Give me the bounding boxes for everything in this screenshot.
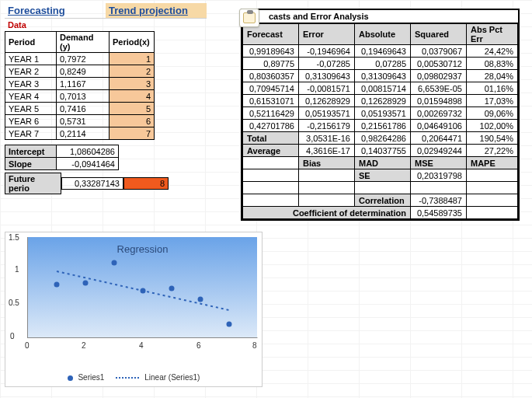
cell[interactable]: YEAR 5 xyxy=(5,103,57,115)
table-row[interactable]: 0,99189643-0,19469640,194696430,03790672… xyxy=(243,45,518,58)
cell[interactable]: 190,54% xyxy=(467,132,518,145)
table-row[interactable]: YEAR 60,57316 xyxy=(5,115,155,127)
xtick: 0 xyxy=(25,341,30,350)
cell[interactable]: 0,05193571 xyxy=(355,107,411,120)
cell[interactable]: -0,2156179 xyxy=(299,120,355,132)
table-row[interactable]: YEAR 40,70134 xyxy=(5,90,155,103)
table-row[interactable]: YEAR 20,82492 xyxy=(5,65,155,78)
se-label: SE xyxy=(355,169,411,182)
cell[interactable]: 0,00815714 xyxy=(355,82,411,95)
cell[interactable]: 6,6539E-05 xyxy=(411,82,467,95)
cell[interactable]: 3,0531E-16 xyxy=(299,132,355,145)
cell[interactable]: 0,80360357 xyxy=(243,70,299,82)
cell[interactable]: YEAR 4 xyxy=(5,90,57,103)
cell[interactable]: 09,06% xyxy=(467,107,518,120)
cell[interactable]: -0,1946964 xyxy=(299,45,355,58)
cell[interactable]: 0,61531071 xyxy=(243,95,299,107)
total-row: Total 3,0531E-16 0,98264286 0,2064471 19… xyxy=(243,132,518,145)
table-row[interactable]: 0,70945714-0,00815710,008157146,6539E-05… xyxy=(243,82,518,95)
regression-chart[interactable]: Regression 0 0.5 1 1.5 0 2 4 6 8 Series1… xyxy=(5,232,263,387)
average-label: Average xyxy=(243,145,299,157)
cell[interactable]: 01,16% xyxy=(467,82,518,95)
correlation-value[interactable]: -0,7388487 xyxy=(411,194,467,207)
cell[interactable]: 0,12628929 xyxy=(299,95,355,107)
cell[interactable]: YEAR 6 xyxy=(5,115,57,127)
correlation-label: Correlation xyxy=(355,194,411,207)
cell[interactable]: YEAR 2 xyxy=(5,65,57,78)
cell[interactable]: 0,89775 xyxy=(243,58,299,70)
cell[interactable]: -0,07285 xyxy=(299,58,355,70)
cell[interactable]: 0,00269732 xyxy=(411,107,467,120)
xtick: 8 xyxy=(252,341,257,350)
clipboard-icon[interactable] xyxy=(239,9,259,27)
cell[interactable]: YEAR 7 xyxy=(5,127,57,140)
cell[interactable]: 0,07285 xyxy=(355,58,411,70)
cell[interactable]: 6 xyxy=(110,115,155,127)
col-error: Error xyxy=(299,24,355,45)
table-row[interactable]: YEAR 31,11673 xyxy=(5,78,155,90)
cell[interactable]: 27,22% xyxy=(467,145,518,157)
table-row[interactable]: 0,615310710,126289290,126289290,01594898… xyxy=(243,95,518,107)
table-row[interactable]: 0,42701786-0,21561790,215617860,04649106… xyxy=(243,120,518,132)
cell[interactable]: YEAR 3 xyxy=(5,78,57,90)
cell[interactable]: 0,7972 xyxy=(57,53,110,65)
future-value[interactable]: 0,33287143 xyxy=(61,177,123,190)
cell[interactable]: 0,14037755 xyxy=(355,145,411,157)
cell[interactable]: 0,98264286 xyxy=(355,132,411,145)
table-row[interactable]: 0,803603570,313096430,313096430,09802937… xyxy=(243,70,518,82)
cell[interactable]: 0,02949244 xyxy=(411,145,467,157)
error-analysis-panel: casts and Error Analysis Forecast Error … xyxy=(241,9,520,221)
cell[interactable]: 3 xyxy=(110,78,155,90)
cell[interactable]: 0,21561786 xyxy=(355,120,411,132)
cell[interactable]: 08,83% xyxy=(467,58,518,70)
cell[interactable]: YEAR 1 xyxy=(5,53,57,65)
cell[interactable]: 7 xyxy=(110,127,155,140)
slope-value[interactable]: -0,0941464 xyxy=(57,158,119,170)
cell[interactable]: 0,05193571 xyxy=(299,107,355,120)
cell[interactable]: 28,04% xyxy=(467,70,518,82)
cell[interactable]: 17,03% xyxy=(467,95,518,107)
cell[interactable]: 0,99189643 xyxy=(243,45,299,58)
cell[interactable]: 1,1167 xyxy=(57,78,110,90)
se-value[interactable]: 0,20319798 xyxy=(411,169,467,182)
cell[interactable]: 0,70945714 xyxy=(243,82,299,95)
col-period: Period xyxy=(5,32,57,53)
cell[interactable]: 0,19469643 xyxy=(355,45,411,58)
table-row[interactable]: 0,521164290,051935710,051935710,00269732… xyxy=(243,107,518,120)
cell[interactable]: 0,52116429 xyxy=(243,107,299,120)
error-analysis-title: casts and Error Analysis xyxy=(242,10,518,23)
cell[interactable]: 0,7013 xyxy=(57,90,110,103)
table-row[interactable]: YEAR 70,21147 xyxy=(5,127,155,140)
cell[interactable]: 4 xyxy=(110,90,155,103)
cell[interactable]: 0,2114 xyxy=(57,127,110,140)
cell[interactable]: 4,3616E-17 xyxy=(299,145,355,157)
table-row[interactable]: YEAR 50,74165 xyxy=(5,103,155,115)
table-row[interactable]: YEAR 10,79721 xyxy=(5,53,155,65)
cell[interactable]: 0,42701786 xyxy=(243,120,299,132)
intercept-value[interactable]: 1,08604286 xyxy=(57,145,119,158)
coef-value[interactable]: 0,54589735 xyxy=(411,207,467,219)
total-label: Total xyxy=(243,132,299,145)
cell[interactable]: 102,00% xyxy=(467,120,518,132)
cell[interactable]: 0,8249 xyxy=(57,65,110,78)
chart-point xyxy=(198,297,203,302)
cell[interactable]: 0,31309643 xyxy=(355,70,411,82)
cell[interactable]: 0,7416 xyxy=(57,103,110,115)
cell[interactable]: -0,0081571 xyxy=(299,82,355,95)
cell[interactable]: 0,12628929 xyxy=(355,95,411,107)
cell[interactable]: 24,42% xyxy=(467,45,518,58)
cell[interactable]: 0,2064471 xyxy=(411,132,467,145)
future-px[interactable]: 8 xyxy=(123,177,169,190)
chart-point xyxy=(169,285,175,291)
cell[interactable]: 0,0379067 xyxy=(411,45,467,58)
cell[interactable]: 0,04649106 xyxy=(411,120,467,132)
table-row[interactable]: 0,89775-0,072850,072850,0053071208,83% xyxy=(243,58,518,70)
cell[interactable]: 0,01594898 xyxy=(411,95,467,107)
cell[interactable]: 1 xyxy=(110,53,155,65)
cell[interactable]: 0,31309643 xyxy=(299,70,355,82)
cell[interactable]: 5 xyxy=(110,103,155,115)
cell[interactable]: 0,00530712 xyxy=(411,58,467,70)
cell[interactable]: 0,09802937 xyxy=(411,70,467,82)
cell[interactable]: 0,5731 xyxy=(57,115,110,127)
cell[interactable]: 2 xyxy=(110,65,155,78)
